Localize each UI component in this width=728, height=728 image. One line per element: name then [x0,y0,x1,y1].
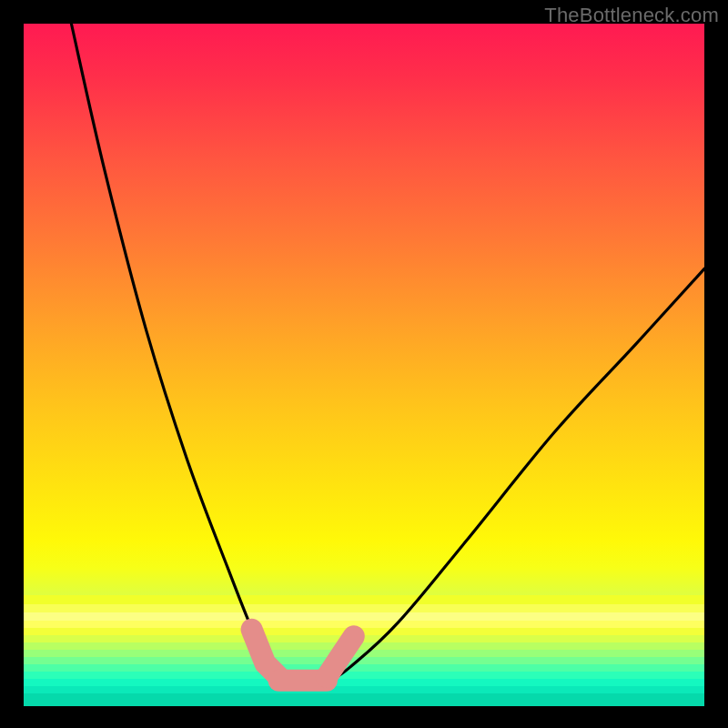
chart-frame: TheBottleneck.com [0,0,728,728]
plot-area [24,24,704,704]
pink-highlight-right [327,636,354,677]
bottleneck-curve [71,24,704,685]
pink-highlight-left [252,630,279,677]
curve-layer [24,24,704,704]
